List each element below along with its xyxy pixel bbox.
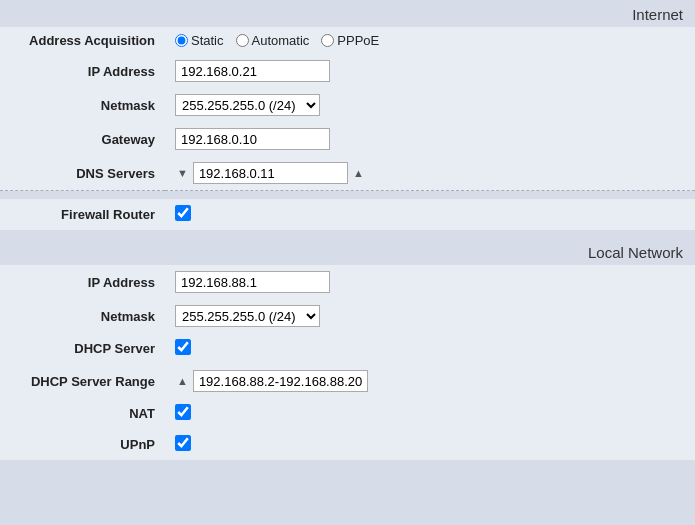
- internet-ip-row: IP Address: [0, 54, 695, 88]
- firewall-router-cell: [165, 199, 695, 230]
- gateway-row: Gateway: [0, 122, 695, 156]
- upnp-row: UPnP: [0, 429, 695, 460]
- internet-netmask-label: Netmask: [0, 88, 165, 122]
- local-netmask-row: Netmask 255.255.255.0 (/24) 255.255.0.0 …: [0, 299, 695, 333]
- dhcp-range-label: DHCP Server Range: [0, 364, 165, 398]
- address-acquisition-label: Address Acquisition: [0, 27, 165, 54]
- pppoe-radio-label[interactable]: PPPoE: [321, 33, 379, 48]
- internet-ip-cell: [165, 54, 695, 88]
- dns-up-arrow[interactable]: ▲: [351, 166, 366, 180]
- pppoe-label: PPPoE: [337, 33, 379, 48]
- automatic-label: Automatic: [252, 33, 310, 48]
- dns-servers-label: DNS Servers: [0, 156, 165, 191]
- nat-cell: [165, 398, 695, 429]
- local-netmask-select[interactable]: 255.255.255.0 (/24) 255.255.0.0 (/16) 25…: [175, 305, 320, 327]
- dhcp-range-up-arrow[interactable]: ▲: [175, 374, 190, 388]
- dhcp-range-row: DHCP Server Range ▲: [0, 364, 695, 398]
- firewall-router-row: Firewall Router: [0, 199, 695, 230]
- dhcp-range-cell: ▲: [165, 364, 695, 398]
- nat-checkbox[interactable]: [175, 404, 191, 420]
- automatic-radio-label[interactable]: Automatic: [236, 33, 310, 48]
- static-radio-label[interactable]: Static: [175, 33, 224, 48]
- dhcp-range-input[interactable]: [193, 370, 368, 392]
- automatic-radio[interactable]: [236, 34, 249, 47]
- local-netmask-label: Netmask: [0, 299, 165, 333]
- firewall-router-label: Firewall Router: [0, 199, 165, 230]
- static-label: Static: [191, 33, 224, 48]
- internet-separator-row: [0, 191, 695, 200]
- internet-netmask-row: Netmask 255.255.255.0 (/24) 255.255.0.0 …: [0, 88, 695, 122]
- dns-row-container: ▼ ▲: [175, 162, 685, 184]
- upnp-checkbox[interactable]: [175, 435, 191, 451]
- local-network-form: IP Address Netmask 255.255.255.0 (/24) 2…: [0, 265, 695, 460]
- pppoe-radio[interactable]: [321, 34, 334, 47]
- internet-netmask-select[interactable]: 255.255.255.0 (/24) 255.255.0.0 (/16) 25…: [175, 94, 320, 116]
- address-acquisition-radio-group: Static Automatic PPPoE: [175, 33, 685, 48]
- section-divider: [0, 230, 695, 238]
- dhcp-server-cell: [165, 333, 695, 364]
- dhcp-server-checkbox[interactable]: [175, 339, 191, 355]
- dhcp-server-row: DHCP Server: [0, 333, 695, 364]
- firewall-router-checkbox[interactable]: [175, 205, 191, 221]
- local-ip-input[interactable]: [175, 271, 330, 293]
- internet-netmask-cell: 255.255.255.0 (/24) 255.255.0.0 (/16) 25…: [165, 88, 695, 122]
- nat-row: NAT: [0, 398, 695, 429]
- local-ip-cell: [165, 265, 695, 299]
- internet-ip-label: IP Address: [0, 54, 165, 88]
- static-radio[interactable]: [175, 34, 188, 47]
- dhcp-server-label: DHCP Server: [0, 333, 165, 364]
- local-ip-label: IP Address: [0, 265, 165, 299]
- upnp-label: UPnP: [0, 429, 165, 460]
- dns-down-arrow[interactable]: ▼: [175, 166, 190, 180]
- address-acquisition-row: Address Acquisition Static Automatic PPP…: [0, 27, 695, 54]
- upnp-cell: [165, 429, 695, 460]
- local-ip-row: IP Address: [0, 265, 695, 299]
- internet-form: Address Acquisition Static Automatic PPP…: [0, 27, 695, 238]
- nat-label: NAT: [0, 398, 165, 429]
- gateway-input[interactable]: [175, 128, 330, 150]
- gateway-cell: [165, 122, 695, 156]
- dns-servers-cell: ▼ ▲: [165, 156, 695, 191]
- dhcp-range-container: ▲: [175, 370, 685, 392]
- address-acquisition-controls: Static Automatic PPPoE: [165, 27, 695, 54]
- local-netmask-cell: 255.255.255.0 (/24) 255.255.0.0 (/16) 25…: [165, 299, 695, 333]
- local-network-section-header: Local Network: [0, 238, 695, 265]
- internet-section-header: Internet: [0, 0, 695, 27]
- internet-ip-input[interactable]: [175, 60, 330, 82]
- gateway-label: Gateway: [0, 122, 165, 156]
- dns-servers-row: DNS Servers ▼ ▲: [0, 156, 695, 191]
- dns-input[interactable]: [193, 162, 348, 184]
